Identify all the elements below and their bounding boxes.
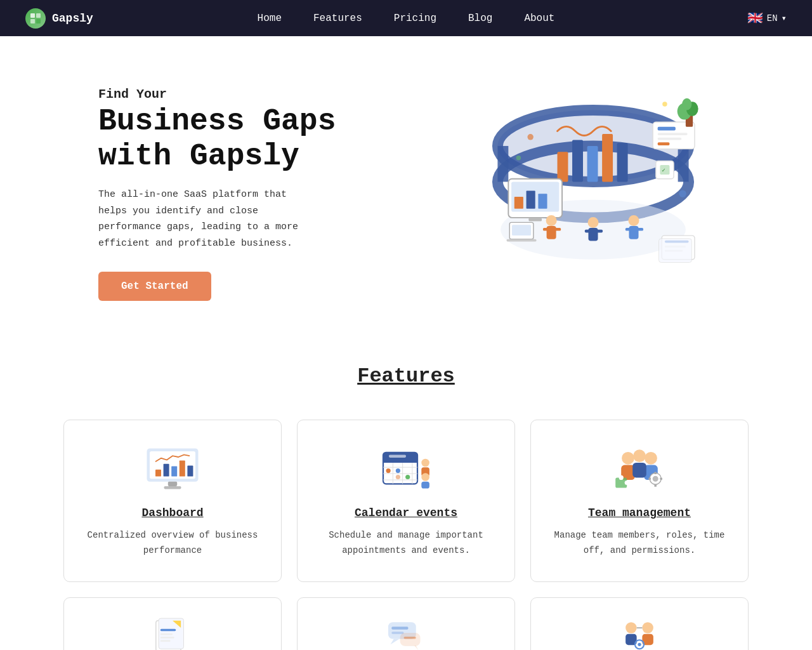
logo-icon	[25, 8, 46, 29]
svg-rect-103	[160, 633, 173, 635]
hero-illustration: ✓	[473, 74, 714, 277]
calendar-icon	[377, 443, 435, 494]
svg-rect-24	[658, 138, 682, 140]
dashboard-desc: Centralized overview of business perform…	[79, 528, 266, 559]
svg-rect-68	[383, 460, 417, 463]
dashboard-icon	[144, 443, 201, 494]
feature-card-calendar: Calendar events Schedule and manage impo…	[297, 420, 515, 582]
feature-card-partial-1	[63, 597, 282, 650]
svg-point-37	[629, 215, 639, 226]
features-partial-row	[63, 597, 749, 650]
svg-text:✓: ✓	[662, 167, 665, 174]
svg-point-53	[527, 134, 533, 140]
nav-pricing[interactable]: Pricing	[394, 13, 436, 24]
svg-point-77	[396, 468, 400, 473]
svg-rect-59	[155, 470, 161, 477]
svg-rect-94	[648, 478, 651, 481]
team-title: Team management	[588, 507, 691, 519]
feature-card-team: Team management Manage team members, rol…	[530, 420, 749, 582]
svg-point-79	[396, 475, 400, 479]
features-section: Features	[0, 339, 812, 650]
svg-rect-110	[400, 633, 420, 646]
logo[interactable]: Gapsly	[25, 8, 93, 29]
team-icon	[611, 443, 668, 494]
svg-rect-32	[555, 228, 561, 231]
hero-find-text: Find Your	[98, 87, 416, 102]
svg-rect-83	[421, 482, 429, 489]
nav-blog[interactable]: Blog	[468, 13, 492, 24]
chevron-down-icon: ▾	[782, 13, 787, 23]
svg-rect-62	[180, 461, 185, 477]
partial-icon-3	[617, 617, 662, 650]
svg-rect-2	[30, 19, 35, 23]
svg-rect-39	[625, 228, 631, 231]
features-grid: Dashboard Centralized overview of busine…	[63, 420, 749, 582]
svg-rect-92	[654, 472, 657, 475]
svg-point-113	[625, 622, 637, 633]
lang-code: EN	[767, 13, 778, 23]
calendar-title: Calendar events	[355, 507, 457, 519]
svg-rect-105	[160, 640, 171, 642]
svg-rect-13	[602, 134, 613, 182]
svg-point-97	[619, 475, 624, 480]
svg-point-119	[638, 643, 641, 646]
svg-rect-40	[638, 228, 643, 231]
svg-point-86	[645, 452, 657, 465]
svg-point-115	[642, 622, 653, 633]
svg-rect-1	[36, 13, 41, 18]
svg-rect-64	[168, 482, 177, 486]
svg-rect-43	[507, 239, 537, 242]
svg-rect-102	[160, 629, 176, 632]
dashboard-title: Dashboard	[141, 507, 203, 519]
svg-rect-112	[404, 637, 416, 639]
calendar-desc: Schedule and manage important appointmen…	[313, 528, 499, 559]
logo-text: Gapsly	[52, 12, 93, 25]
flag-icon: 🇬🇧	[747, 10, 763, 26]
nav-about[interactable]: About	[524, 13, 554, 24]
svg-rect-14	[617, 143, 628, 182]
hero-text-block: Find Your Business Gaps with Gapsly The …	[98, 74, 416, 301]
nav-features[interactable]: Features	[313, 13, 362, 24]
svg-point-88	[633, 450, 646, 463]
svg-rect-10	[558, 152, 568, 182]
svg-rect-93	[654, 485, 657, 488]
svg-rect-25	[658, 142, 670, 145]
svg-rect-35	[585, 230, 591, 233]
features-title: Features	[63, 364, 749, 388]
svg-rect-11	[572, 140, 583, 182]
svg-point-98	[625, 481, 629, 485]
navbar: Gapsly Home Features Pricing Blog About …	[0, 0, 812, 36]
partial-icon-1	[150, 617, 195, 650]
svg-point-55	[516, 156, 521, 161]
svg-rect-3	[36, 19, 41, 23]
svg-rect-42	[512, 225, 531, 235]
svg-rect-48	[659, 239, 692, 263]
svg-rect-61	[171, 467, 177, 477]
svg-rect-18	[527, 191, 535, 209]
nav-links: Home Features Pricing Blog About	[258, 13, 555, 24]
svg-point-33	[588, 217, 599, 228]
nav-home[interactable]: Home	[258, 13, 282, 24]
get-started-button[interactable]: Get Started	[98, 272, 211, 301]
hero-description: The all-in-one SaaS platform that helps …	[98, 187, 314, 251]
svg-rect-69	[389, 455, 406, 458]
svg-rect-20	[528, 218, 542, 222]
svg-rect-95	[660, 478, 662, 481]
svg-rect-89	[632, 463, 646, 477]
language-selector[interactable]: 🇬🇧 EN ▾	[747, 10, 787, 26]
hero-section: Find Your Business Gaps with Gapsly The …	[0, 36, 812, 339]
partial-icon-2	[384, 617, 428, 650]
feature-card-dashboard: Dashboard Centralized overview of busine…	[63, 420, 282, 582]
svg-rect-109	[391, 632, 403, 634]
svg-rect-65	[164, 486, 181, 489]
svg-rect-19	[538, 194, 547, 209]
svg-marker-111	[414, 646, 418, 650]
svg-rect-36	[597, 230, 603, 233]
svg-point-91	[653, 476, 658, 482]
svg-point-78	[405, 475, 410, 479]
svg-rect-23	[658, 133, 688, 135]
svg-marker-107	[391, 639, 400, 644]
feature-card-partial-2	[297, 597, 515, 650]
svg-point-54	[679, 190, 686, 197]
svg-rect-108	[391, 627, 408, 629]
